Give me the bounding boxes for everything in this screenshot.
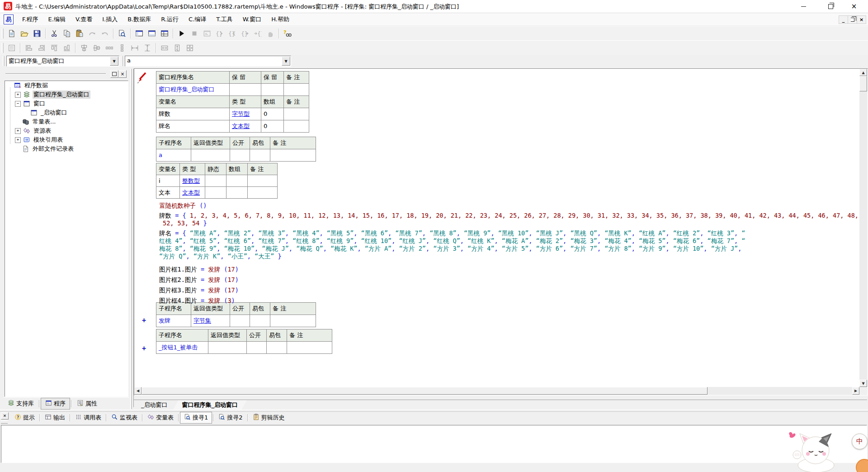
mdi-close-button[interactable]: × (857, 16, 866, 24)
expand-icon[interactable]: + (15, 92, 21, 98)
horizontal-scroll-thumb[interactable] (142, 387, 708, 395)
column-header-cell[interactable]: 备 注 (287, 329, 332, 342)
column-header-cell[interactable]: 公开 (230, 303, 250, 315)
table-cell[interactable]: 文本 (156, 187, 180, 199)
menu-item-b[interactable]: B.数据库 (123, 13, 156, 26)
column-header-cell[interactable]: 子程序名 (156, 329, 208, 342)
same-height-button[interactable] (171, 42, 183, 54)
panel-splitter[interactable] (132, 69, 134, 409)
column-header-cell[interactable]: 子程序名 (156, 303, 191, 315)
vertical-scroll-thumb[interactable] (859, 76, 867, 91)
table-cell[interactable]: 牌名 (156, 120, 230, 133)
scroll-up-button[interactable]: ▲ (859, 69, 867, 76)
minimize-button[interactable] (793, 0, 814, 13)
menu-item-i[interactable]: I.插入 (97, 13, 123, 26)
tree-item-外部文件记录表[interactable]: 外部文件记录表 (5, 144, 128, 153)
column-header-cell[interactable]: 易包 (250, 303, 270, 315)
bottom-panel-close-button[interactable]: ✕ (1, 412, 9, 420)
code-line[interactable]: “方片 Q”, “方片 K”, “小王”, “大王” } (159, 253, 282, 260)
collapse-icon[interactable]: − (15, 101, 21, 107)
table-cell[interactable]: 牌数 (156, 108, 230, 120)
table-cell[interactable] (287, 342, 332, 354)
menu-item-t[interactable]: T.工具 (211, 13, 238, 26)
expand-subroutine-button[interactable]: + (142, 316, 146, 324)
table-cell[interactable]: 字节型 (230, 108, 261, 120)
table-cell[interactable] (205, 187, 226, 199)
code-line[interactable]: 图片框1.图片 = 发牌 (17) (159, 266, 239, 273)
expand-icon[interactable]: + (15, 128, 21, 134)
table-cell[interactable] (270, 315, 316, 327)
bottom-panel-grip[interactable] (1, 420, 8, 424)
sidebar-close-button[interactable]: × (118, 70, 127, 78)
help-search-button[interactable]: ? (282, 28, 293, 39)
column-header-cell[interactable]: 窗口程序集名 (156, 72, 230, 84)
equalize-gap-button[interactable] (129, 42, 141, 54)
table-cell[interactable]: 发牌 (156, 315, 191, 327)
table-cell[interactable] (284, 120, 309, 133)
table-cell[interactable] (205, 175, 226, 187)
bottom-tab-搜寻2[interactable]: 搜寻2 (215, 412, 246, 423)
paste-button[interactable] (74, 28, 85, 39)
column-header-cell[interactable]: 备 注 (284, 96, 309, 108)
tree-item-程序数据[interactable]: 101程序数据 (5, 81, 128, 90)
code-line[interactable]: 图片框4.图片 = 发牌 (3) (159, 297, 235, 305)
bottom-tab-监视表[interactable]: 监视表 (108, 412, 141, 423)
new-button[interactable] (6, 28, 18, 39)
table-cell[interactable] (208, 342, 247, 354)
column-header-cell[interactable]: 静态 (205, 163, 226, 175)
vertical-scrollbar[interactable] (859, 69, 867, 387)
table-cell[interactable] (248, 187, 278, 199)
table-cell[interactable] (284, 108, 309, 120)
expand-subroutine-button[interactable]: + (142, 344, 146, 353)
center-in-form-button[interactable] (142, 42, 153, 54)
space-down-button[interactable] (116, 42, 128, 54)
bottom-tab-搜寻1[interactable]: 搜寻1 (180, 412, 212, 424)
open-button[interactable] (19, 28, 30, 39)
table-cell[interactable]: a (156, 149, 191, 162)
column-header-cell[interactable]: 备 注 (270, 303, 316, 315)
table-cell[interactable]: 字节集 (191, 315, 230, 327)
code-line[interactable]: 52, 53, 54 } (163, 219, 207, 227)
editor-tab-_启动窗口[interactable]: _启动窗口 (132, 400, 177, 410)
code-line[interactable]: 图片框2.图片 = 发牌 (17) (159, 276, 239, 284)
table-cell[interactable] (250, 315, 270, 327)
column-header-cell[interactable]: 备 注 (270, 137, 316, 149)
table-cell[interactable] (267, 342, 287, 354)
find-button[interactable] (116, 28, 128, 39)
restore-button[interactable] (820, 0, 841, 13)
sidebar-tab-程序[interactable]: 程序 (41, 398, 70, 410)
tree-item-资源表[interactable]: +资源表 (5, 126, 128, 135)
code-line[interactable]: 牌数 = { 1, 2, 3, 4, 5, 6, 7, 8, 9, 10, 11… (159, 212, 859, 219)
space-across-button[interactable] (104, 42, 115, 54)
column-header-cell[interactable]: 公开 (230, 137, 250, 149)
bottom-tab-变量表[interactable]: 变量表 (144, 412, 177, 423)
sidebar-tab-支持库[interactable]: 支持库 (4, 398, 38, 409)
cut-button[interactable] (48, 28, 60, 39)
table-cell[interactable] (230, 84, 261, 96)
align-right-button[interactable] (36, 42, 47, 54)
table-cell[interactable] (261, 84, 284, 96)
column-header-cell[interactable]: 子程序名 (156, 137, 191, 149)
table-cell[interactable]: i (156, 175, 180, 187)
table-cell[interactable]: _按钮1_被单击 (156, 342, 208, 354)
scroll-right-button[interactable]: ▶ (852, 387, 859, 395)
sidebar-maximize-button[interactable] (110, 70, 118, 78)
run-button[interactable] (176, 28, 188, 39)
assembly-combo[interactable]: 窗口程序集_启动窗口 ▼ (6, 56, 119, 67)
close-button[interactable]: × (844, 0, 864, 13)
same-size-button[interactable] (184, 42, 196, 54)
table-cell[interactable]: 0 (261, 108, 284, 120)
table-cell[interactable] (247, 342, 267, 354)
table-cell[interactable]: 整数型 (180, 175, 205, 187)
column-header-cell[interactable]: 类 型 (230, 96, 261, 108)
center-vertical-button[interactable] (91, 42, 103, 54)
column-header-cell[interactable]: 保 留 (261, 72, 284, 84)
sidebar-drag-handle[interactable] (5, 73, 106, 74)
code-line[interactable]: 牌名 = { “黑桃 A”, “黑桃 2”, “黑桃 3”, “黑桃 4”, “… (159, 229, 745, 237)
menu-item-r[interactable]: R.运行 (156, 13, 184, 26)
column-header-cell[interactable]: 类 型 (180, 163, 205, 175)
mdi-restore-button[interactable] (848, 16, 857, 24)
column-header-cell[interactable]: 变量名 (156, 163, 180, 175)
subroutine-combo-arrow-icon[interactable]: ▼ (282, 57, 290, 66)
table-cell[interactable] (230, 315, 250, 327)
